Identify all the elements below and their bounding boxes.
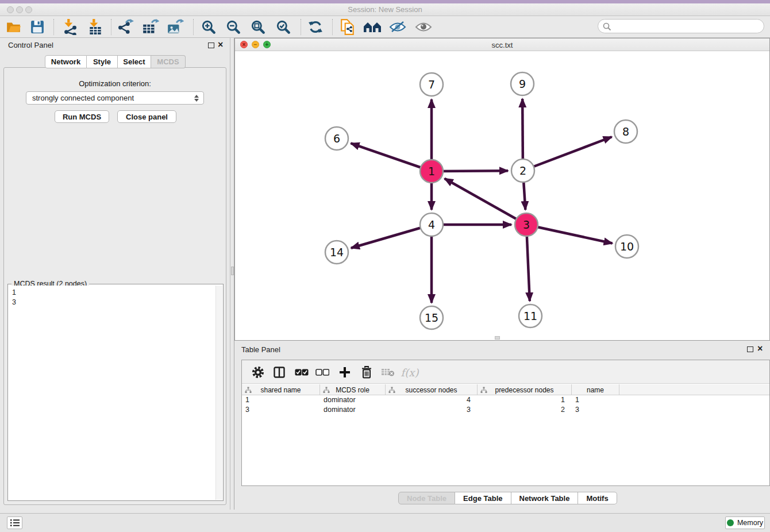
memory-status-icon — [727, 519, 734, 526]
memory-label: Memory — [737, 519, 763, 527]
zoom-fit-button[interactable] — [248, 18, 268, 36]
hide-selected-button[interactable] — [387, 18, 408, 36]
select-stepper-icon — [192, 94, 200, 103]
graph-edge-2-8[interactable] — [523, 137, 612, 171]
network-graph[interactable]: 7968124314101511 — [235, 51, 769, 340]
run-mcds-button[interactable]: Run MCDS — [55, 110, 109, 123]
network-canvas[interactable]: 7968124314101511 — [235, 51, 769, 340]
cell-mcds-role[interactable]: dominator — [320, 405, 386, 415]
select-all-button[interactable] — [292, 363, 311, 381]
status-bar: Memory — [0, 513, 770, 532]
search-box — [598, 19, 764, 33]
export-network-button[interactable] — [115, 18, 136, 36]
cell-shared-name[interactable]: 3 — [242, 405, 320, 415]
toolbar-separator — [301, 19, 301, 35]
column-header-predecessor-nodes[interactable]: predecessor nodes — [478, 384, 572, 395]
network-window-titlebar[interactable]: × − + scc.txt — [235, 38, 769, 51]
float-panel-icon[interactable] — [208, 43, 214, 48]
zoom-in-button[interactable] — [198, 18, 219, 36]
zoom-out-button[interactable] — [223, 18, 244, 36]
cell-successor-nodes[interactable]: 4 — [386, 395, 478, 405]
column-header-successor-nodes[interactable]: successor nodes — [386, 384, 478, 395]
close-table-panel-icon[interactable]: × — [757, 343, 763, 354]
cell-mcds-role[interactable]: dominator — [320, 395, 386, 405]
panel-divider[interactable] — [230, 38, 234, 510]
svg-text:15: 15 — [425, 311, 438, 324]
tab-network-table[interactable]: Network Table — [511, 492, 579, 504]
function-builder-button[interactable]: f(x) — [401, 363, 419, 381]
graph-node-15[interactable]: 15 — [420, 306, 443, 329]
close-panel-button[interactable]: Close panel — [117, 110, 176, 123]
close-panel-icon[interactable]: × — [218, 39, 223, 51]
tab-mcds[interactable]: MCDS — [151, 55, 186, 68]
search-input[interactable] — [614, 20, 758, 32]
cell-name[interactable]: 3 — [572, 405, 619, 415]
tab-node-table[interactable]: Node Table — [398, 492, 455, 504]
first-neighbors-button[interactable] — [362, 18, 383, 36]
checked-boxes-icon — [295, 369, 309, 376]
zoom-selected-button[interactable] — [273, 18, 294, 36]
app-titlebar: Session: New Session — [0, 3, 770, 16]
show-columns-button[interactable] — [270, 363, 288, 381]
column-header-mcds-role[interactable]: MCDS role — [320, 384, 386, 395]
tab-edge-table[interactable]: Edge Table — [455, 492, 511, 504]
mcds-result-list[interactable]: 1 3 — [9, 286, 215, 500]
network-overview-button[interactable] — [337, 18, 358, 36]
mcds-panel: Optimization criterion: strongly connect… — [3, 67, 226, 505]
canvas-resize-handle[interactable] — [495, 336, 500, 340]
memory-button[interactable]: Memory — [725, 516, 765, 529]
graph-node-7[interactable]: 7 — [420, 73, 443, 96]
delete-row-button[interactable] — [357, 363, 376, 381]
graph-node-8[interactable]: 8 — [614, 120, 637, 143]
table-settings-button[interactable] — [249, 363, 267, 381]
table-row[interactable]: 3 dominator 3 2 3 — [242, 405, 769, 415]
mcds-result-item[interactable]: 1 — [12, 288, 212, 298]
svg-text:3: 3 — [523, 218, 530, 231]
open-session-button[interactable] — [3, 18, 24, 36]
deselect-all-button[interactable] — [313, 363, 332, 381]
graph-node-1[interactable]: 1 — [420, 160, 443, 183]
criterion-select[interactable]: strongly connected component — [26, 91, 204, 105]
graph-edge-3-1[interactable] — [445, 179, 526, 225]
tab-select[interactable]: Select — [118, 55, 151, 68]
graph-node-9[interactable]: 9 — [511, 72, 534, 95]
tab-motifs[interactable]: Motifs — [578, 492, 617, 504]
graph-edge-3-10[interactable] — [526, 225, 613, 243]
column-header-shared-name[interactable]: shared name — [242, 384, 320, 395]
import-network-button[interactable] — [60, 18, 80, 36]
float-table-panel-icon[interactable] — [747, 346, 753, 352]
graph-node-10[interactable]: 10 — [615, 235, 638, 258]
save-session-button[interactable] — [27, 18, 48, 36]
graph-node-2[interactable]: 2 — [511, 159, 534, 182]
graph-node-11[interactable]: 11 — [519, 304, 542, 327]
graph-node-3[interactable]: 3 — [515, 213, 538, 236]
columns-icon — [274, 367, 285, 378]
cell-predecessor-nodes[interactable]: 2 — [478, 405, 572, 415]
export-table-button[interactable] — [140, 18, 161, 36]
delete-table-button[interactable] — [379, 363, 397, 381]
refresh-icon — [308, 20, 323, 34]
add-row-button[interactable] — [336, 363, 354, 381]
cell-name[interactable]: 1 — [572, 395, 619, 405]
graph-node-6[interactable]: 6 — [325, 127, 348, 150]
refresh-layout-button[interactable] — [305, 18, 326, 36]
graph-node-14[interactable]: 14 — [325, 241, 348, 264]
cell-shared-name[interactable]: 1 — [242, 395, 320, 405]
tab-style[interactable]: Style — [87, 55, 118, 68]
result-scrollbar[interactable] — [215, 286, 222, 500]
main-toolbar — [0, 16, 770, 38]
graph-edge-4-14[interactable] — [351, 225, 432, 248]
import-table-button[interactable] — [85, 18, 106, 36]
column-header-name[interactable]: name — [572, 384, 619, 395]
table-row[interactable]: 1 dominator 4 1 1 — [242, 395, 769, 405]
cell-successor-nodes[interactable]: 3 — [386, 405, 478, 415]
tab-network[interactable]: Network — [45, 55, 87, 68]
task-history-button[interactable] — [7, 516, 22, 529]
divider-handle[interactable] — [231, 267, 234, 275]
graph-node-4[interactable]: 4 — [420, 213, 443, 236]
graph-edge-1-6[interactable] — [351, 143, 432, 171]
cell-predecessor-nodes[interactable]: 1 — [478, 395, 572, 405]
export-image-button[interactable] — [165, 18, 186, 36]
show-all-button[interactable] — [413, 18, 434, 36]
mcds-result-item[interactable]: 3 — [12, 298, 212, 307]
